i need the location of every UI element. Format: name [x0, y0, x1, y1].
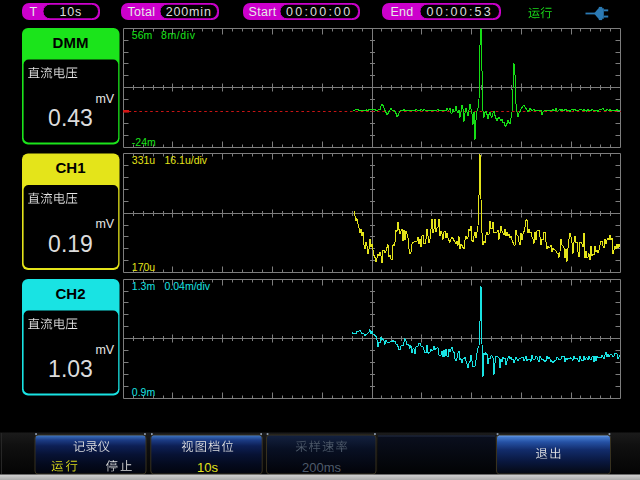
svg-text:mV: mV: [95, 217, 114, 231]
svg-text:0.9m: 0.9m: [132, 386, 156, 398]
svg-text:Start: Start: [249, 5, 277, 19]
svg-text:1.03: 1.03: [48, 356, 93, 382]
svg-text:T: T: [30, 5, 38, 19]
svg-text:mV: mV: [95, 92, 114, 106]
svg-text:0.43: 0.43: [48, 105, 93, 131]
svg-text:200min: 200min: [166, 5, 212, 19]
svg-text:DMM: DMM: [53, 34, 89, 51]
svg-text:CH2: CH2: [55, 285, 85, 302]
svg-text:00:00:00: 00:00:00: [286, 5, 352, 19]
svg-text:170u: 170u: [132, 261, 156, 273]
svg-text:End: End: [390, 5, 413, 19]
svg-text:0.04m/div: 0.04m/div: [165, 280, 211, 292]
svg-text:10s: 10s: [59, 5, 82, 19]
svg-text:00:00:53: 00:00:53: [427, 5, 493, 19]
svg-text:1.3m: 1.3m: [132, 280, 156, 292]
svg-text:0.19: 0.19: [48, 231, 93, 257]
svg-text:200ms: 200ms: [302, 460, 342, 475]
svg-text:mV: mV: [95, 343, 114, 357]
svg-text:10s: 10s: [197, 460, 218, 475]
svg-text:16.1u/div: 16.1u/div: [165, 154, 208, 166]
svg-text:Total: Total: [128, 5, 156, 19]
svg-text:331u: 331u: [132, 154, 156, 166]
svg-text:56m: 56m: [132, 29, 153, 41]
svg-text:CH1: CH1: [55, 159, 85, 176]
svg-text:8m/div: 8m/div: [161, 29, 196, 41]
svg-text:-24m: -24m: [132, 136, 156, 148]
